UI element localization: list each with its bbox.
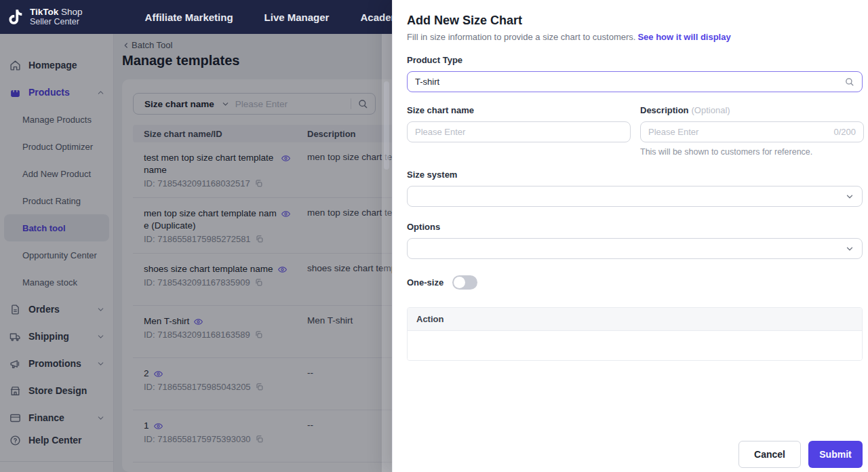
- product-type-label: Product Type: [407, 55, 863, 65]
- description-input[interactable]: [648, 127, 828, 137]
- submit-button[interactable]: Submit: [808, 441, 863, 468]
- search-icon[interactable]: [844, 77, 854, 87]
- description-optional-text: (Optional): [692, 105, 730, 115]
- see-how-display-link[interactable]: See how it will display: [637, 32, 730, 42]
- cancel-button[interactable]: Cancel: [738, 441, 801, 468]
- size-system-select[interactable]: [407, 186, 863, 207]
- chevron-down-icon: [845, 192, 854, 201]
- logo-secondary: Seller Center: [30, 18, 83, 27]
- options-label: Options: [407, 222, 863, 232]
- size-chart-name-label: Size chart name: [407, 105, 631, 115]
- chevron-down-icon: [845, 244, 854, 254]
- page-scrollbar[interactable]: [382, 34, 392, 472]
- one-size-label: One-size: [407, 277, 443, 288]
- size-table-empty-row: [408, 331, 862, 360]
- logo-primary-2: Shop: [61, 7, 83, 17]
- page-scrollbar-thumb[interactable]: [384, 81, 389, 170]
- one-size-toggle[interactable]: [452, 275, 477, 290]
- logo-primary: TikTok: [30, 7, 58, 17]
- drawer-title: Add New Size Chart: [407, 14, 863, 28]
- description-field: 0/200: [640, 121, 864, 142]
- drawer-subtitle-text: Fill in size information to provide a si…: [407, 32, 635, 42]
- app-window: TikTok Shop Seller Center Affiliate Mark…: [0, 0, 868, 472]
- options-select[interactable]: [407, 238, 863, 259]
- size-chart-name-field: [407, 121, 631, 142]
- size-rows-table: Action: [407, 307, 863, 361]
- tiktok-note-icon: [7, 8, 24, 26]
- action-column-header: Action: [408, 308, 862, 331]
- description-char-counter: 0/200: [833, 127, 856, 137]
- add-size-chart-drawer: Add New Size Chart Fill in size informat…: [392, 0, 868, 472]
- nav-live-manager[interactable]: Live Manager: [264, 12, 330, 23]
- size-chart-name-input[interactable]: [415, 127, 623, 137]
- logo-text: TikTok Shop Seller Center: [30, 7, 83, 27]
- product-type-field: [407, 71, 863, 92]
- toggle-knob: [454, 277, 465, 288]
- drawer-footer: Cancel Submit: [407, 434, 863, 468]
- topnav-menu: Affiliate Marketing Live Manager Academy: [145, 12, 406, 23]
- tiktok-shop-logo[interactable]: TikTok Shop Seller Center: [7, 7, 83, 27]
- drawer-subtitle: Fill in size information to provide a si…: [407, 32, 863, 42]
- nav-affiliate-marketing[interactable]: Affiliate Marketing: [145, 12, 233, 23]
- description-helper-text: This will be shown to customers for refe…: [640, 147, 864, 157]
- description-label-text: Description: [640, 105, 689, 115]
- one-size-row: One-size: [407, 275, 863, 290]
- size-system-label: Size system: [407, 170, 863, 180]
- description-label: Description (Optional): [640, 105, 864, 115]
- product-type-input[interactable]: [415, 77, 844, 87]
